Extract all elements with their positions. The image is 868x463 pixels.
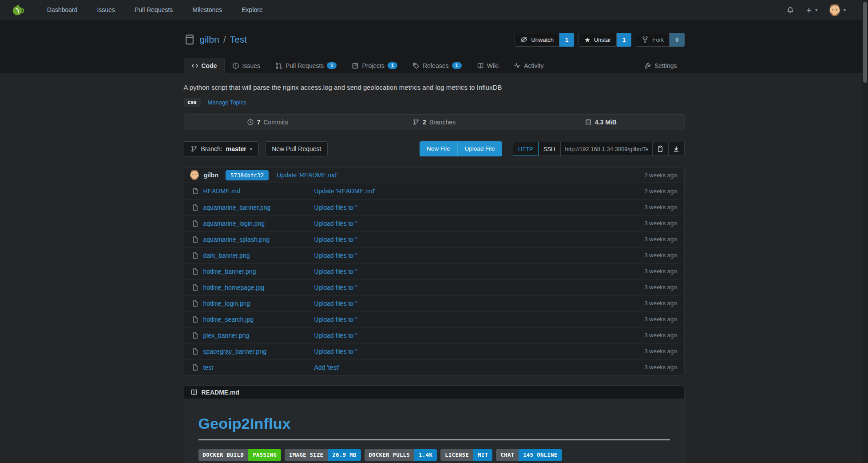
file-icon bbox=[192, 348, 199, 355]
file-commit-link[interactable]: Upload files to '' bbox=[314, 300, 645, 307]
file-age: 3 weeks ago bbox=[645, 252, 684, 259]
clone-http-toggle[interactable]: HTTP bbox=[513, 142, 539, 156]
fork-button[interactable]: Fork 0 bbox=[636, 33, 684, 47]
file-name-link[interactable]: README.md bbox=[203, 188, 240, 195]
upload-file-button[interactable]: Upload File bbox=[457, 141, 502, 156]
file-row: hotline_login.png Upload files to '' 3 w… bbox=[184, 295, 684, 311]
repo-owner-link[interactable]: gilbn bbox=[200, 34, 219, 45]
file-row: README.md Update 'README.md' 2 weeks ago bbox=[184, 183, 684, 199]
notifications-bell-button[interactable] bbox=[787, 7, 794, 14]
repo-size-stat[interactable]: 4.3 MiB bbox=[517, 119, 684, 126]
file-commit-link[interactable]: Upload files to '' bbox=[314, 284, 645, 291]
user-menu-dropdown[interactable]: ▾ bbox=[829, 4, 846, 16]
copy-url-button[interactable] bbox=[653, 142, 669, 156]
unwatch-button[interactable]: Unwatch 1 bbox=[515, 33, 574, 47]
commit-author-avatar[interactable] bbox=[190, 170, 199, 180]
tab-releases[interactable]: Releases 1 bbox=[405, 58, 469, 73]
file-commit-link[interactable]: Upload files to '' bbox=[314, 348, 645, 355]
tab-wiki-label: Wiki bbox=[487, 62, 499, 69]
manage-topics-link[interactable]: Manage Topics bbox=[208, 99, 246, 106]
file-name-link[interactable]: dark_banner.png bbox=[203, 252, 250, 259]
page-scrollbar-thumb[interactable] bbox=[863, 2, 867, 83]
stars-count[interactable]: 1 bbox=[617, 33, 631, 47]
open-book-icon bbox=[190, 389, 198, 396]
file-commit-link[interactable]: Upload files to '' bbox=[314, 204, 645, 211]
tab-code[interactable]: Code bbox=[184, 58, 225, 73]
file-commit-link[interactable]: Upload files to '' bbox=[314, 332, 645, 339]
shield-badge[interactable]: DOCKER PULLS1.4K bbox=[365, 449, 437, 461]
shield-badge[interactable]: LICENSEMIT bbox=[440, 449, 492, 461]
nav-item-milestones[interactable]: Milestones bbox=[182, 0, 232, 20]
file-commit-link[interactable]: Upload files to '' bbox=[314, 220, 645, 227]
download-icon bbox=[673, 145, 680, 152]
file-icon bbox=[192, 316, 199, 323]
file-commit-link[interactable]: Upload files to '' bbox=[314, 316, 645, 323]
repo-size-value: 4.3 MiB bbox=[595, 119, 617, 126]
commit-author-link[interactable]: gilbn bbox=[204, 172, 218, 179]
git-branch-icon bbox=[412, 119, 420, 126]
watchers-count[interactable]: 1 bbox=[559, 33, 574, 47]
file-icon bbox=[192, 204, 199, 211]
tab-pull-requests[interactable]: Pull Requests 1 bbox=[268, 58, 345, 73]
gitea-logo[interactable] bbox=[12, 4, 25, 17]
nav-item-issues[interactable]: Issues bbox=[87, 0, 125, 20]
eye-slash-icon bbox=[520, 36, 527, 43]
commits-stat[interactable]: 7 Commits bbox=[184, 119, 351, 126]
file-commit-link[interactable]: Upload files to '' bbox=[314, 252, 645, 259]
create-new-dropdown[interactable]: ▾ bbox=[805, 7, 818, 14]
forks-count[interactable]: 0 bbox=[670, 33, 684, 47]
file-name-link[interactable]: hotline_homepage.jpg bbox=[203, 284, 265, 291]
new-file-button[interactable]: New File bbox=[420, 141, 457, 156]
file-name-link[interactable]: spacegray_banner.png bbox=[203, 348, 266, 355]
repo-header: gilbn / Test Unwatch 1 bbox=[0, 20, 868, 73]
file-name-link[interactable]: test bbox=[203, 364, 214, 371]
tab-projects[interactable]: Projects 1 bbox=[344, 58, 405, 73]
commit-message-link[interactable]: Update 'README.md' bbox=[277, 172, 338, 179]
nav-item-pull-requests[interactable]: Pull Requests bbox=[125, 0, 182, 20]
file-row: hotline_search.jpg Upload files to '' 3 … bbox=[184, 311, 684, 327]
branch-label: Branch: bbox=[201, 145, 222, 152]
file-name-link[interactable]: hotline_login.png bbox=[203, 300, 250, 307]
project-icon bbox=[352, 62, 359, 69]
shield-badge[interactable]: DOCKER BUILDPASSING bbox=[198, 449, 281, 461]
wrench-icon bbox=[644, 62, 651, 69]
branch-selector[interactable]: Branch: master ▾ bbox=[184, 141, 259, 156]
file-commit-link[interactable]: Add 'test' bbox=[314, 364, 645, 371]
nav-item-dashboard[interactable]: Dashboard bbox=[37, 0, 87, 20]
file-name-link[interactable]: plex_banner.png bbox=[203, 332, 250, 339]
clone-url-input[interactable] bbox=[561, 142, 653, 156]
commits-count: 7 bbox=[257, 119, 261, 126]
branches-stat[interactable]: 2 Branches bbox=[351, 119, 517, 126]
pull-requests-count-badge: 1 bbox=[327, 62, 337, 69]
topic-chip-css[interactable]: css bbox=[184, 98, 201, 107]
download-archive-button[interactable] bbox=[669, 142, 685, 156]
shield-badge[interactable]: IMAGE SIZE26.9 MB bbox=[285, 449, 361, 461]
user-avatar bbox=[829, 4, 840, 16]
file-name-link[interactable]: hotline_banner.png bbox=[203, 268, 256, 275]
tab-issues-label: Issues bbox=[242, 62, 260, 69]
file-row: aquamarine_login.png Upload files to '' … bbox=[184, 215, 684, 231]
file-name-link[interactable]: aquamarine_banner.png bbox=[203, 204, 271, 211]
file-age: 3 weeks ago bbox=[645, 204, 684, 211]
unwatch-label: Unwatch bbox=[531, 36, 554, 43]
file-icon bbox=[192, 300, 199, 307]
tab-activity[interactable]: Activity bbox=[506, 58, 551, 73]
new-pull-request-button[interactable]: New Pull Request bbox=[265, 141, 328, 156]
file-name-link[interactable]: aquamarine_splash.png bbox=[203, 236, 270, 243]
file-commit-link[interactable]: Upload files to '' bbox=[314, 236, 645, 243]
unstar-button[interactable]: ★ Unstar 1 bbox=[579, 33, 631, 47]
repo-name-link[interactable]: Test bbox=[230, 34, 247, 45]
nav-item-explore[interactable]: Explore bbox=[232, 0, 272, 20]
file-name-link[interactable]: aquamarine_login.png bbox=[203, 220, 265, 227]
file-icon bbox=[192, 220, 199, 227]
tab-settings[interactable]: Settings bbox=[637, 58, 685, 73]
clone-ssh-toggle[interactable]: SSH bbox=[539, 142, 561, 156]
tab-wiki[interactable]: Wiki bbox=[469, 58, 506, 73]
file-commit-link[interactable]: Update 'README.md' bbox=[314, 188, 645, 195]
commit-hash-badge[interactable]: 57384bfc32 bbox=[226, 170, 269, 180]
shield-badge[interactable]: CHAT145 ONLINE bbox=[496, 449, 562, 461]
file-icon bbox=[192, 284, 199, 291]
file-commit-link[interactable]: Upload files to '' bbox=[314, 268, 645, 275]
file-name-link[interactable]: hotline_search.jpg bbox=[203, 316, 254, 323]
tab-issues[interactable]: Issues bbox=[225, 58, 268, 73]
